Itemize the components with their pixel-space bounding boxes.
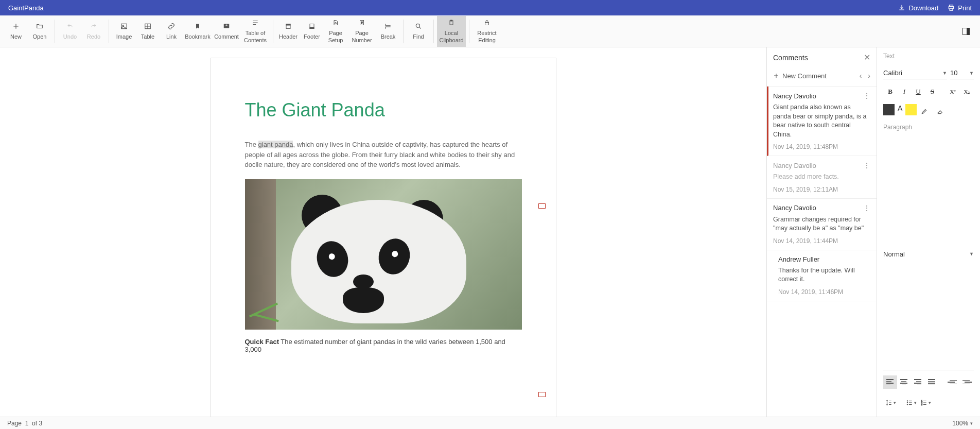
toolbar-divider <box>109 20 109 43</box>
svg-point-19 <box>906 400 907 401</box>
comment-button[interactable]: +Comment <box>212 16 241 47</box>
svg-point-12 <box>335 23 337 24</box>
find-button[interactable]: Find <box>407 16 430 47</box>
new-button[interactable]: New <box>4 16 28 47</box>
local-clipboard-button[interactable]: Local Clipboard <box>437 16 466 47</box>
document-title: GaintPanda <box>8 4 44 12</box>
document-image[interactable] <box>245 179 522 330</box>
comment-item[interactable]: Nancy Davolio⋮ Grammar changes required … <box>767 199 877 250</box>
header-icon <box>285 23 291 30</box>
chevron-down-icon: ▾ <box>894 400 896 405</box>
subscript-button[interactable]: X₂ <box>960 84 974 99</box>
chevron-down-icon: ▾ <box>970 421 973 426</box>
chevron-down-icon: ▼ <box>969 251 974 256</box>
prev-comment-button[interactable]: ‹ <box>860 72 862 80</box>
page-setup-button[interactable]: Page Setup <box>324 16 347 47</box>
highlight-color-button[interactable] <box>905 104 917 115</box>
editor-viewport[interactable]: The Giant Panda The giant panda, which o… <box>0 47 767 417</box>
page-number-button[interactable]: #Page Number <box>347 16 376 47</box>
undo-button[interactable]: Undo <box>58 16 82 47</box>
align-right-button[interactable] <box>911 375 925 389</box>
highlighter-icon <box>921 108 928 115</box>
svg-text:#: # <box>361 21 363 24</box>
comment-more-button[interactable]: ⋮ <box>863 204 870 212</box>
comment-marker-icon[interactable] <box>538 203 546 209</box>
document-paragraph[interactable]: The giant panda, which only lives in Chi… <box>245 140 522 170</box>
print-button[interactable]: Print <box>948 4 972 12</box>
chevron-down-icon: ▼ <box>942 71 947 76</box>
footer-icon <box>309 23 315 30</box>
new-comment-button[interactable]: New Comment <box>773 72 855 80</box>
comment-more-button[interactable]: ⋮ <box>863 92 870 100</box>
properties-panel: Text Calibri▼ 10▼ B I U S X² X₂ A Paragr… <box>877 47 980 417</box>
comment-more-button[interactable]: ⋮ <box>863 161 870 169</box>
comment-list[interactable]: Nancy Davolio⋮ Giant panda also known as… <box>767 87 877 417</box>
close-comments-button[interactable]: ✕ <box>864 53 870 62</box>
restrict-editing-button[interactable]: Restrict Editing <box>472 16 501 47</box>
paragraph-section-label: Paragraph <box>883 124 974 131</box>
comment-icon: + <box>223 23 230 30</box>
bookmark-button[interactable]: Bookmark <box>183 16 212 47</box>
align-center-button[interactable] <box>897 375 911 389</box>
bullet-list-button[interactable]: ▾ <box>904 396 918 409</box>
eraser-icon <box>936 108 943 115</box>
open-button[interactable]: Open <box>28 16 51 47</box>
next-comment-button[interactable]: › <box>868 72 870 80</box>
comment-marker-icon[interactable] <box>538 392 546 397</box>
svg-rect-18 <box>485 23 489 25</box>
plus-icon <box>773 73 779 79</box>
bookmark-icon <box>195 23 201 30</box>
clear-format-button[interactable] <box>932 104 948 118</box>
font-color-label: A <box>895 104 905 118</box>
link-icon <box>168 23 175 30</box>
table-button[interactable]: Table <box>136 16 160 47</box>
document-page[interactable]: The Giant Panda The giant panda, which o… <box>211 58 556 417</box>
align-justify-button[interactable] <box>924 375 938 389</box>
comment-item[interactable]: Nancy Davolio⋮ Please add more facts. No… <box>767 156 877 199</box>
comment-reply-item[interactable]: Andrew Fuller Thanks for the update. Wil… <box>767 250 877 301</box>
document-heading[interactable]: The Giant Panda <box>245 99 522 121</box>
svg-rect-11 <box>310 27 314 29</box>
toolbar-divider <box>433 20 434 43</box>
font-color-button[interactable] <box>883 104 895 115</box>
download-button[interactable]: Download <box>898 4 938 12</box>
header-button[interactable]: Header <box>276 16 300 47</box>
comments-panel: Comments ✕ New Comment ‹ › Nancy Davolio… <box>767 47 877 417</box>
plus-icon <box>12 23 20 30</box>
comment-highlight[interactable]: giant panda <box>258 141 293 148</box>
comments-title: Comments <box>773 54 808 62</box>
search-icon <box>415 23 422 30</box>
underline-button[interactable]: U <box>911 84 925 99</box>
number-list-button[interactable]: 123▾ <box>918 396 933 409</box>
toolbar-divider <box>469 20 469 43</box>
font-size-select[interactable]: 10▼ <box>950 67 974 79</box>
strike-button[interactable]: S <box>925 84 939 99</box>
redo-icon <box>90 23 98 29</box>
svg-rect-23 <box>908 402 912 403</box>
line-spacing-button[interactable]: ▾ <box>883 396 898 409</box>
properties-toggle-button[interactable] <box>962 28 970 35</box>
paragraph-style-select[interactable]: Normal▼ <box>883 138 974 370</box>
zoom-button[interactable]: 100%▾ <box>952 420 973 427</box>
status-bar: Page 1 of 3 100%▾ <box>0 417 980 429</box>
font-family-select[interactable]: Calibri▼ <box>883 67 947 79</box>
toc-icon <box>252 19 259 26</box>
italic-button[interactable]: I <box>897 84 911 99</box>
highlighter-button[interactable] <box>917 104 932 118</box>
link-button[interactable]: Link <box>160 16 183 47</box>
redo-button[interactable]: Redo <box>82 16 106 47</box>
comment-item[interactable]: Nancy Davolio⋮ Giant panda also known as… <box>767 87 877 156</box>
align-left-button[interactable] <box>883 375 897 389</box>
toc-button[interactable]: Table of Contents <box>241 16 270 47</box>
toolbar-divider <box>403 20 404 43</box>
bold-button[interactable]: B <box>883 84 897 99</box>
undo-icon <box>66 23 74 29</box>
indent-button[interactable] <box>960 375 974 389</box>
break-button[interactable]: Break <box>376 16 400 47</box>
footer-button[interactable]: Footer <box>300 16 324 47</box>
image-button[interactable]: Image <box>112 16 136 47</box>
svg-rect-24 <box>908 404 912 405</box>
quick-fact[interactable]: Quick Fact The estimated number of giant… <box>245 338 522 353</box>
outdent-button[interactable] <box>946 375 960 389</box>
superscript-button[interactable]: X² <box>946 84 960 99</box>
